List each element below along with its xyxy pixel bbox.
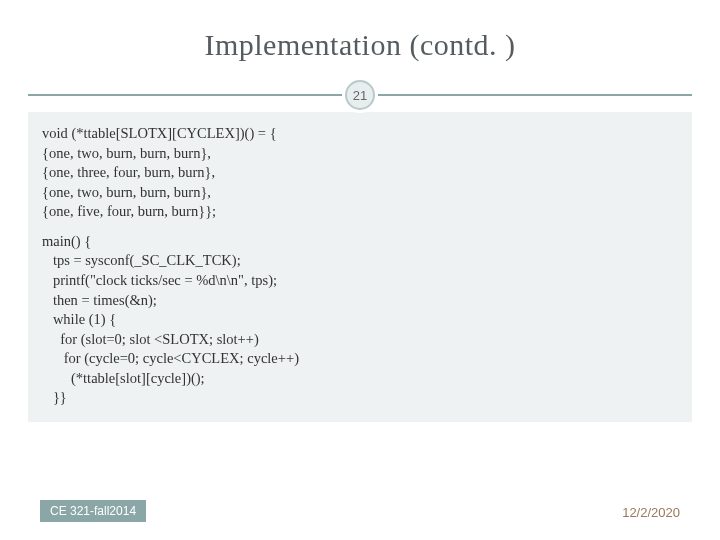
footer-date: 12/2/2020: [622, 505, 680, 520]
spacer: [42, 222, 678, 232]
code-block-2: main() { tps = sysconf(_SC_CLK_TCK); pri…: [42, 232, 678, 408]
slide: Implementation (contd. ) 21 void (*ttabl…: [0, 0, 720, 540]
content-panel: void (*ttable[SLOTX][CYCLEX])() = { {one…: [28, 112, 692, 422]
page-number-badge: 21: [345, 80, 375, 110]
footer-course-label: CE 321-fall2014: [40, 500, 146, 522]
slide-title: Implementation (contd. ): [20, 28, 700, 62]
code-block-1: void (*ttable[SLOTX][CYCLEX])() = { {one…: [42, 124, 678, 222]
divider: 21: [0, 76, 720, 112]
title-area: Implementation (contd. ): [0, 0, 720, 72]
